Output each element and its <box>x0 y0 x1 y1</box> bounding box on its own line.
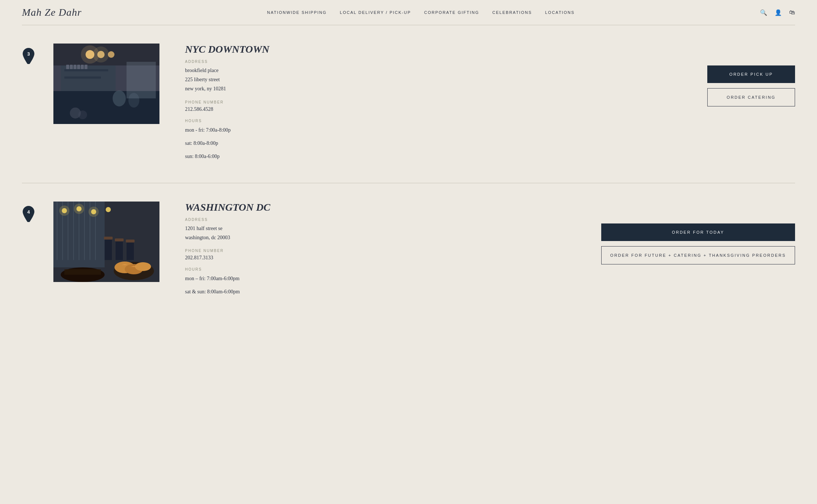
nav-local-delivery[interactable]: LOCAL DELIVERY / PICK-UP <box>340 10 411 15</box>
location-nyc: 3 <box>0 25 817 183</box>
dc-location-name: WASHINGTON DC <box>185 202 576 213</box>
location-marker-3: 3 <box>22 47 35 64</box>
svg-point-40 <box>106 207 111 212</box>
svg-text:4: 4 <box>27 209 30 215</box>
svg-rect-17 <box>84 65 87 69</box>
svg-point-50 <box>135 262 151 271</box>
svg-rect-11 <box>64 76 101 79</box>
dc-phone: 202.817.3133 <box>185 255 576 261</box>
logo[interactable]: Mah Ze Dahr <box>22 7 82 18</box>
nyc-actions: ORDER PICK UP ORDER CATERING <box>707 44 795 106</box>
svg-rect-10 <box>64 69 108 71</box>
dc-phone-label: PHONE NUMBER <box>185 249 576 253</box>
dc-order-future-button[interactable]: ORDER FOR FUTURE + CATERING + THANKSGIVI… <box>601 246 795 264</box>
nyc-hours-label: HOURS <box>185 119 682 123</box>
nyc-address-label: ADDRESS <box>185 60 682 64</box>
cart-icon[interactable]: 🛍 <box>789 9 795 16</box>
nav-corporate-gifting[interactable]: CORPORATE GIFTING <box>424 10 479 15</box>
svg-rect-13 <box>70 65 73 69</box>
svg-rect-52 <box>64 269 101 275</box>
search-icon[interactable]: 🔍 <box>760 9 767 16</box>
svg-rect-41 <box>105 238 112 260</box>
nav-nationwide[interactable]: NATIONWIDE SHIPPING <box>267 10 327 15</box>
svg-point-21 <box>78 110 87 119</box>
nyc-phone: 212.586.4528 <box>185 106 682 112</box>
main-nav: NATIONWIDE SHIPPING LOCAL DELIVERY / PIC… <box>267 10 575 15</box>
svg-rect-42 <box>104 237 113 240</box>
nyc-hours: mon - fri: 7:00a-8:00p sat: 8:00a-8:00p … <box>185 125 682 162</box>
location-info-dc: WASHINGTON DC ADDRESS 1201 half street s… <box>178 202 583 300</box>
nyc-order-pickup-button[interactable]: ORDER PICK UP <box>707 65 795 83</box>
dc-hours: mon – fri: 7:00am-6:00pm sat & sun: 8:00… <box>185 274 576 297</box>
location-info-nyc: NYC DOWNTOWN ADDRESS brookfield place 22… <box>178 44 689 165</box>
dc-hours-label: HOURS <box>185 267 576 271</box>
svg-rect-44 <box>115 238 124 241</box>
svg-rect-46 <box>126 240 135 242</box>
nyc-address: brookfield place 225 liberty street new … <box>185 66 682 94</box>
location-dc: 4 <box>0 183 817 318</box>
svg-rect-43 <box>116 240 123 260</box>
nyc-location-name: NYC DOWNTOWN <box>185 44 682 55</box>
nav-celebrations[interactable]: CELEBRATIONS <box>492 10 532 15</box>
nyc-phone-label: PHONE NUMBER <box>185 100 682 104</box>
svg-point-39 <box>89 207 99 217</box>
location-image-dc <box>53 202 159 282</box>
location-image-nyc <box>53 44 159 124</box>
svg-rect-45 <box>127 241 134 260</box>
svg-text:3: 3 <box>27 51 30 57</box>
svg-rect-22 <box>127 62 156 98</box>
nav-locations[interactable]: LOCATIONS <box>545 10 575 15</box>
svg-rect-16 <box>81 65 84 69</box>
dc-actions: ORDER FOR TODAY ORDER FOR FUTURE + CATER… <box>601 202 795 264</box>
dc-address: 1201 half street se washington, dc 20003 <box>185 224 576 242</box>
svg-point-37 <box>74 204 84 214</box>
dc-address-label: ADDRESS <box>185 218 576 222</box>
header-icons: 🔍 👤 🛍 <box>760 9 795 16</box>
location-marker-4: 4 <box>22 205 35 222</box>
svg-point-18 <box>113 90 126 106</box>
svg-rect-12 <box>66 65 69 69</box>
svg-point-35 <box>59 206 69 216</box>
header: Mah Ze Dahr NATIONWIDE SHIPPING LOCAL DE… <box>0 0 817 25</box>
account-icon[interactable]: 👤 <box>775 9 782 16</box>
dc-order-today-button[interactable]: ORDER FOR TODAY <box>601 223 795 241</box>
nyc-order-catering-button[interactable]: ORDER CATERING <box>707 88 795 106</box>
svg-point-9 <box>93 46 109 63</box>
svg-rect-15 <box>77 65 80 69</box>
svg-rect-14 <box>74 65 76 69</box>
